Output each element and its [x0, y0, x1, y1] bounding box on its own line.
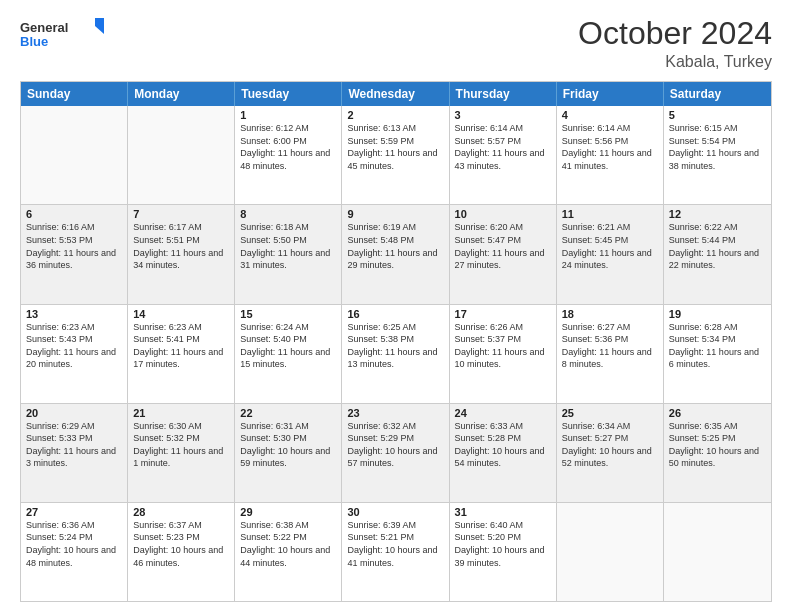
- day-number: 17: [455, 308, 551, 320]
- cal-cell-3-5: 25 Sunrise: 6:34 AMSunset: 5:27 PMDaylig…: [557, 404, 664, 502]
- day-number: 30: [347, 506, 443, 518]
- cal-cell-4-2: 29 Sunrise: 6:38 AMSunset: 5:22 PMDaylig…: [235, 503, 342, 601]
- cell-info: Sunrise: 6:12 AMSunset: 6:00 PMDaylight:…: [240, 123, 330, 171]
- svg-text:Blue: Blue: [20, 34, 48, 49]
- cal-row-3: 20 Sunrise: 6:29 AMSunset: 5:33 PMDaylig…: [21, 403, 771, 502]
- cal-cell-4-6: [664, 503, 771, 601]
- day-number: 26: [669, 407, 766, 419]
- logo: General Blue: [20, 16, 110, 56]
- cal-cell-4-3: 30 Sunrise: 6:39 AMSunset: 5:21 PMDaylig…: [342, 503, 449, 601]
- cal-cell-1-2: 8 Sunrise: 6:18 AMSunset: 5:50 PMDayligh…: [235, 205, 342, 303]
- day-number: 16: [347, 308, 443, 320]
- cal-row-4: 27 Sunrise: 6:36 AMSunset: 5:24 PMDaylig…: [21, 502, 771, 601]
- header-wednesday: Wednesday: [342, 82, 449, 106]
- day-number: 10: [455, 208, 551, 220]
- header-tuesday: Tuesday: [235, 82, 342, 106]
- day-number: 6: [26, 208, 122, 220]
- cal-cell-3-4: 24 Sunrise: 6:33 AMSunset: 5:28 PMDaylig…: [450, 404, 557, 502]
- cal-cell-1-4: 10 Sunrise: 6:20 AMSunset: 5:47 PMDaylig…: [450, 205, 557, 303]
- location-title: Kabala, Turkey: [578, 53, 772, 71]
- day-number: 14: [133, 308, 229, 320]
- cal-cell-3-6: 26 Sunrise: 6:35 AMSunset: 5:25 PMDaylig…: [664, 404, 771, 502]
- header-saturday: Saturday: [664, 82, 771, 106]
- cell-info: Sunrise: 6:25 AMSunset: 5:38 PMDaylight:…: [347, 322, 437, 370]
- cal-cell-3-2: 22 Sunrise: 6:31 AMSunset: 5:30 PMDaylig…: [235, 404, 342, 502]
- cal-cell-0-4: 3 Sunrise: 6:14 AMSunset: 5:57 PMDayligh…: [450, 106, 557, 204]
- cell-info: Sunrise: 6:28 AMSunset: 5:34 PMDaylight:…: [669, 322, 759, 370]
- cell-info: Sunrise: 6:14 AMSunset: 5:57 PMDaylight:…: [455, 123, 545, 171]
- day-number: 12: [669, 208, 766, 220]
- day-number: 7: [133, 208, 229, 220]
- cal-cell-4-1: 28 Sunrise: 6:37 AMSunset: 5:23 PMDaylig…: [128, 503, 235, 601]
- cell-info: Sunrise: 6:21 AMSunset: 5:45 PMDaylight:…: [562, 222, 652, 270]
- cell-info: Sunrise: 6:27 AMSunset: 5:36 PMDaylight:…: [562, 322, 652, 370]
- cell-info: Sunrise: 6:20 AMSunset: 5:47 PMDaylight:…: [455, 222, 545, 270]
- cal-cell-3-1: 21 Sunrise: 6:30 AMSunset: 5:32 PMDaylig…: [128, 404, 235, 502]
- day-number: 25: [562, 407, 658, 419]
- cell-info: Sunrise: 6:34 AMSunset: 5:27 PMDaylight:…: [562, 421, 652, 469]
- cal-cell-2-1: 14 Sunrise: 6:23 AMSunset: 5:41 PMDaylig…: [128, 305, 235, 403]
- cell-info: Sunrise: 6:22 AMSunset: 5:44 PMDaylight:…: [669, 222, 759, 270]
- cal-row-2: 13 Sunrise: 6:23 AMSunset: 5:43 PMDaylig…: [21, 304, 771, 403]
- cal-cell-0-5: 4 Sunrise: 6:14 AMSunset: 5:56 PMDayligh…: [557, 106, 664, 204]
- header: General Blue October 2024 Kabala, Turkey: [20, 16, 772, 71]
- cal-cell-4-4: 31 Sunrise: 6:40 AMSunset: 5:20 PMDaylig…: [450, 503, 557, 601]
- logo-graphic: General Blue: [20, 16, 110, 56]
- svg-marker-2: [95, 18, 104, 34]
- cell-info: Sunrise: 6:38 AMSunset: 5:22 PMDaylight:…: [240, 520, 330, 568]
- day-number: 24: [455, 407, 551, 419]
- cal-cell-0-2: 1 Sunrise: 6:12 AMSunset: 6:00 PMDayligh…: [235, 106, 342, 204]
- page: General Blue October 2024 Kabala, Turkey…: [0, 0, 792, 612]
- day-number: 21: [133, 407, 229, 419]
- day-number: 1: [240, 109, 336, 121]
- cell-info: Sunrise: 6:29 AMSunset: 5:33 PMDaylight:…: [26, 421, 116, 469]
- month-title: October 2024: [578, 16, 772, 51]
- header-monday: Monday: [128, 82, 235, 106]
- calendar-body: 1 Sunrise: 6:12 AMSunset: 6:00 PMDayligh…: [21, 106, 771, 601]
- cell-info: Sunrise: 6:23 AMSunset: 5:41 PMDaylight:…: [133, 322, 223, 370]
- cal-cell-1-0: 6 Sunrise: 6:16 AMSunset: 5:53 PMDayligh…: [21, 205, 128, 303]
- day-number: 18: [562, 308, 658, 320]
- cal-cell-2-5: 18 Sunrise: 6:27 AMSunset: 5:36 PMDaylig…: [557, 305, 664, 403]
- cal-cell-4-5: [557, 503, 664, 601]
- cell-info: Sunrise: 6:40 AMSunset: 5:20 PMDaylight:…: [455, 520, 545, 568]
- calendar: Sunday Monday Tuesday Wednesday Thursday…: [20, 81, 772, 602]
- cell-info: Sunrise: 6:17 AMSunset: 5:51 PMDaylight:…: [133, 222, 223, 270]
- day-number: 28: [133, 506, 229, 518]
- cell-info: Sunrise: 6:24 AMSunset: 5:40 PMDaylight:…: [240, 322, 330, 370]
- cell-info: Sunrise: 6:30 AMSunset: 5:32 PMDaylight:…: [133, 421, 223, 469]
- cell-info: Sunrise: 6:26 AMSunset: 5:37 PMDaylight:…: [455, 322, 545, 370]
- cell-info: Sunrise: 6:23 AMSunset: 5:43 PMDaylight:…: [26, 322, 116, 370]
- cal-row-1: 6 Sunrise: 6:16 AMSunset: 5:53 PMDayligh…: [21, 204, 771, 303]
- cal-cell-1-5: 11 Sunrise: 6:21 AMSunset: 5:45 PMDaylig…: [557, 205, 664, 303]
- cell-info: Sunrise: 6:31 AMSunset: 5:30 PMDaylight:…: [240, 421, 330, 469]
- day-number: 23: [347, 407, 443, 419]
- day-number: 9: [347, 208, 443, 220]
- header-right: October 2024 Kabala, Turkey: [578, 16, 772, 71]
- calendar-header: Sunday Monday Tuesday Wednesday Thursday…: [21, 82, 771, 106]
- cell-info: Sunrise: 6:15 AMSunset: 5:54 PMDaylight:…: [669, 123, 759, 171]
- day-number: 3: [455, 109, 551, 121]
- cal-cell-0-0: [21, 106, 128, 204]
- day-number: 8: [240, 208, 336, 220]
- cal-cell-0-1: [128, 106, 235, 204]
- day-number: 31: [455, 506, 551, 518]
- cell-info: Sunrise: 6:37 AMSunset: 5:23 PMDaylight:…: [133, 520, 223, 568]
- cal-cell-2-3: 16 Sunrise: 6:25 AMSunset: 5:38 PMDaylig…: [342, 305, 449, 403]
- cal-row-0: 1 Sunrise: 6:12 AMSunset: 6:00 PMDayligh…: [21, 106, 771, 204]
- cal-cell-2-6: 19 Sunrise: 6:28 AMSunset: 5:34 PMDaylig…: [664, 305, 771, 403]
- cal-cell-2-4: 17 Sunrise: 6:26 AMSunset: 5:37 PMDaylig…: [450, 305, 557, 403]
- day-number: 4: [562, 109, 658, 121]
- header-sunday: Sunday: [21, 82, 128, 106]
- day-number: 2: [347, 109, 443, 121]
- header-friday: Friday: [557, 82, 664, 106]
- day-number: 15: [240, 308, 336, 320]
- cell-info: Sunrise: 6:19 AMSunset: 5:48 PMDaylight:…: [347, 222, 437, 270]
- cal-cell-3-0: 20 Sunrise: 6:29 AMSunset: 5:33 PMDaylig…: [21, 404, 128, 502]
- day-number: 13: [26, 308, 122, 320]
- cal-cell-1-6: 12 Sunrise: 6:22 AMSunset: 5:44 PMDaylig…: [664, 205, 771, 303]
- cell-info: Sunrise: 6:35 AMSunset: 5:25 PMDaylight:…: [669, 421, 759, 469]
- day-number: 29: [240, 506, 336, 518]
- cal-cell-1-1: 7 Sunrise: 6:17 AMSunset: 5:51 PMDayligh…: [128, 205, 235, 303]
- cell-info: Sunrise: 6:36 AMSunset: 5:24 PMDaylight:…: [26, 520, 116, 568]
